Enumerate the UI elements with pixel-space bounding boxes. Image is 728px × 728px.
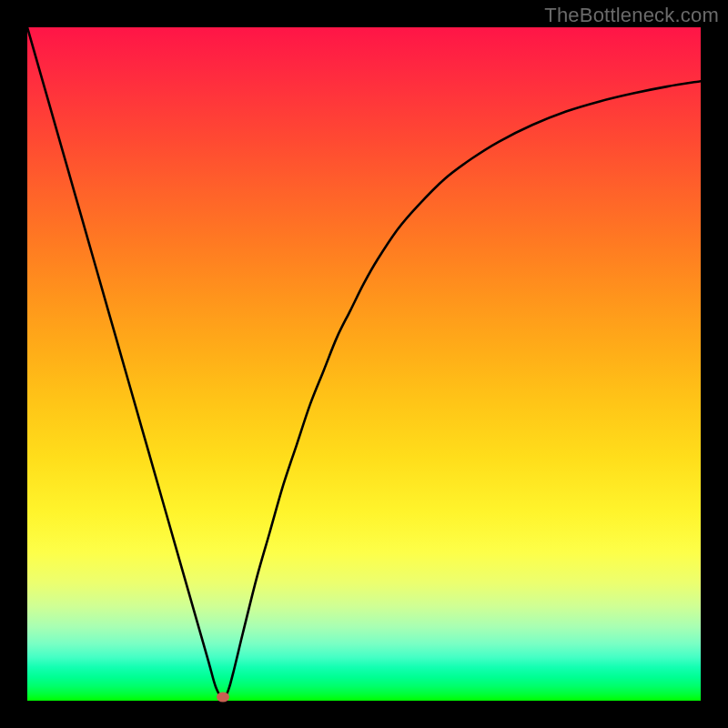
- watermark-text: TheBottleneck.com: [544, 4, 719, 27]
- curve-svg: [27, 27, 701, 701]
- bottleneck-curve: [27, 27, 701, 697]
- minimum-marker: [217, 693, 229, 703]
- plot-area: [27, 27, 701, 701]
- chart-frame: TheBottleneck.com: [0, 0, 728, 728]
